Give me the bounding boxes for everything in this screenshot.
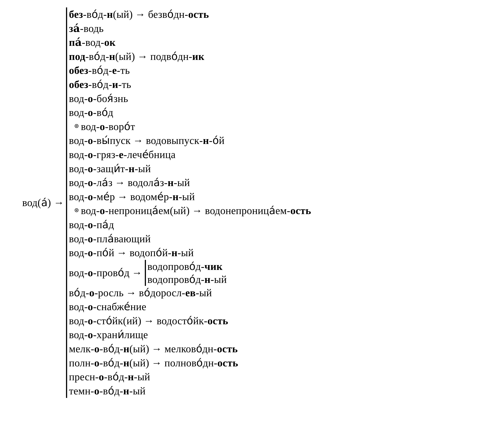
derivation-row: мелк-о-во́д-н(ый)→мелково́дн-ость	[69, 342, 311, 356]
derivation-row: вод-о-ме́р→водоме́р-н-ый	[69, 190, 311, 204]
word-segment: водонепроница́ем-ость	[205, 204, 311, 218]
derivation-row-nested: вод-о-прово́д→водопрово́д-чикводопрово́д…	[69, 260, 311, 286]
derivation-row: обез-во́д-и-ть	[69, 78, 311, 92]
arrow-icon: →	[115, 190, 130, 204]
word-segment: водола́з-н-ый	[128, 176, 190, 190]
derivation-row: вод-о-боя́знь	[69, 92, 311, 106]
derivation-row: темн-о-во́д-н-ый	[69, 384, 311, 398]
word-segment: вод-о-воро́т	[81, 120, 135, 134]
word-segment: вод-о-сто́йк(ий)	[69, 314, 141, 328]
derivation-row: вод-о-гряз-е-лече́бница	[69, 148, 311, 162]
word-segment: во́д-о-росль	[69, 286, 124, 300]
word-segment: безво́дн-ость	[148, 8, 209, 22]
derivation-row: ⊛вод-о-непроница́ем(ый)→водонепроница́ем…	[69, 204, 311, 218]
word-segment: полн-о-во́д-н(ый)	[69, 356, 149, 370]
word-segment: мелково́дн-ость	[165, 342, 238, 356]
root-word: вод(а́)	[22, 196, 53, 210]
nested-derivation-list: водопрово́д-чикводопрово́д-н-ый	[145, 260, 227, 286]
derivation-row: вод-о-па́д	[69, 218, 311, 232]
derivation-row: вод-о-ла́з→водола́з-н-ый	[69, 176, 311, 190]
derivation-row: вод-о-защи́т-н-ый	[69, 162, 311, 176]
word-segment: вод-о-защи́т-н-ый	[69, 162, 151, 176]
word-segment: вод-о-во́д	[69, 105, 113, 120]
derivation-row: пресн-о-во́д-н-ый	[69, 370, 311, 384]
word-segment: водовыпуск-н-о́й	[146, 134, 225, 148]
word-segment: водоме́р-н-ый	[130, 190, 195, 204]
word-segment: вод-о-пла́вающий	[69, 232, 151, 246]
arrow-icon: →	[113, 176, 128, 190]
arrow-icon: →	[53, 196, 66, 210]
arrow-icon: →	[114, 246, 130, 260]
derivation-row: под-во́д-н(ый)→подво́дн-ик	[69, 49, 311, 64]
word-segment: пресн-о-во́д-н-ый	[69, 370, 150, 384]
word-segment: под-во́д-н(ый)	[69, 49, 135, 64]
bullet-icon: ⊛	[74, 123, 81, 129]
word-segment: водосто́йк-ость	[157, 314, 228, 328]
derivation-row: па́-вод-ок	[69, 35, 311, 49]
derivation-row: вод-о-во́д	[69, 105, 311, 120]
word-segment: во́доросл-ев-ый	[139, 286, 212, 300]
word-segment: обез-во́д-и-ть	[69, 78, 131, 92]
derivation-row: вод-о-снабже́ние	[69, 300, 311, 314]
word-segment: па́-вод-ок	[69, 35, 116, 49]
word-segment: вод-о-храни́лище	[69, 328, 148, 342]
word-segment: вод-о-непроница́ем(ый)	[81, 204, 190, 218]
arrow-icon: →	[190, 204, 205, 218]
derivation-list: без-во́д-н(ый)→безво́дн-остьза́-водьпа́-…	[66, 8, 311, 398]
word-segment: вод-о-ме́р	[69, 190, 115, 204]
derivation-row: вод-о-вы́пуск→водовыпуск-н-о́й	[69, 134, 311, 148]
bullet-icon: ⊛	[74, 208, 81, 213]
word-segment: темн-о-во́д-н-ый	[69, 384, 146, 398]
word-segment: вод-о-прово́д	[69, 266, 130, 280]
word-segment: водопо́й-н-ый	[130, 246, 194, 260]
derivation-row: обез-во́д-е-ть	[69, 64, 311, 78]
derivation-row: водопрово́д-чик	[147, 260, 227, 273]
word-segment: обез-во́д-е-ть	[69, 64, 130, 78]
word-segment: вод-о-по́й	[69, 246, 114, 260]
derivation-row: во́д-о-росль→во́доросл-ев-ый	[69, 286, 311, 300]
arrow-icon: →	[141, 314, 157, 328]
derivation-row: вод-о-по́й→водопо́й-н-ый	[69, 246, 311, 260]
arrow-icon: →	[124, 286, 139, 300]
word-segment: водопрово́д-чик	[147, 260, 222, 273]
word-segment: вод-о-боя́знь	[69, 92, 128, 106]
derivation-row: за́-водь	[69, 22, 311, 36]
arrow-icon: →	[131, 134, 146, 148]
arrow-icon: →	[130, 266, 145, 280]
word-segment: подво́дн-ик	[150, 49, 204, 64]
derivation-row: без-во́д-н(ый)→безво́дн-ость	[69, 8, 311, 22]
word-segment: без-во́д-н(ый)	[69, 8, 133, 22]
derivation-row: ⊛вод-о-воро́т	[69, 120, 311, 134]
word-segment: за́-водь	[69, 22, 104, 36]
word-segment: вод-о-ла́з	[69, 176, 113, 190]
word-segment: вод-о-снабже́ние	[69, 300, 146, 314]
word-segment: водопрово́д-н-ый	[147, 273, 227, 286]
derivation-row: вод-о-сто́йк(ий)→водосто́йк-ость	[69, 314, 311, 328]
word-segment: мелк-о-во́д-н(ый)	[69, 342, 149, 356]
derivation-row: вод-о-храни́лище	[69, 328, 311, 342]
derivation-row: полн-о-во́д-н(ый)→полново́дн-ость	[69, 356, 311, 370]
word-family-diagram: вод(а́) → без-во́д-н(ый)→безво́дн-остьза…	[22, 8, 478, 398]
derivation-row: вод-о-пла́вающий	[69, 232, 311, 246]
derivation-row: водопрово́д-н-ый	[147, 273, 227, 286]
arrow-icon: →	[133, 8, 148, 22]
word-segment: полново́дн-ость	[165, 356, 238, 370]
word-segment: вод-о-па́д	[69, 218, 114, 232]
arrow-icon: →	[135, 49, 150, 64]
word-segment: вод-о-гряз-е-лече́бница	[69, 148, 176, 162]
word-segment: вод-о-вы́пуск	[69, 134, 131, 148]
arrow-icon: →	[149, 342, 165, 356]
arrow-icon: →	[149, 356, 165, 370]
